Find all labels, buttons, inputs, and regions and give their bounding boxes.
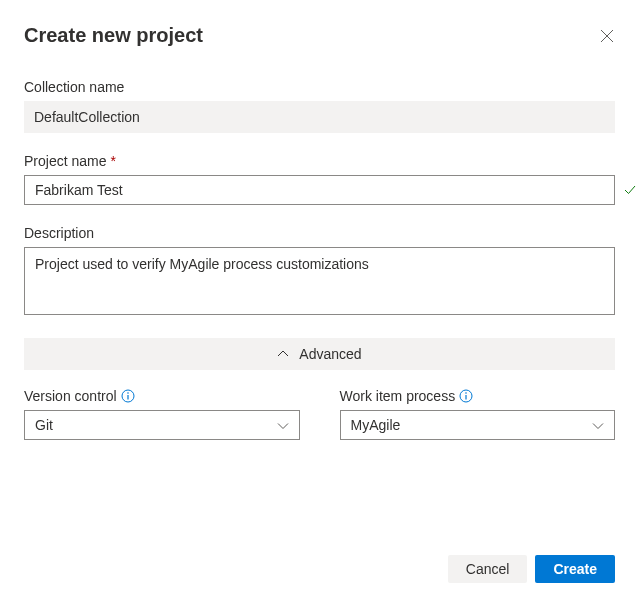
- project-name-input[interactable]: [24, 175, 615, 205]
- collection-name-field: DefaultCollection: [24, 101, 615, 133]
- version-control-label: Version control: [24, 388, 300, 404]
- work-item-process-info-icon[interactable]: [459, 389, 473, 403]
- version-control-value: Git: [35, 417, 53, 433]
- work-item-process-select[interactable]: MyAgile: [340, 410, 616, 440]
- version-control-info-icon[interactable]: [121, 389, 135, 403]
- svg-point-4: [465, 392, 467, 394]
- chevron-up-icon: [277, 350, 289, 358]
- work-item-process-value: MyAgile: [351, 417, 401, 433]
- description-input[interactable]: [24, 247, 615, 315]
- svg-rect-5: [466, 395, 467, 400]
- svg-point-1: [127, 392, 129, 394]
- collection-name-label: Collection name: [24, 79, 615, 95]
- close-button[interactable]: [599, 28, 615, 44]
- version-control-select[interactable]: Git: [24, 410, 300, 440]
- advanced-toggle-label: Advanced: [299, 346, 361, 362]
- description-label: Description: [24, 225, 615, 241]
- cancel-button[interactable]: Cancel: [448, 555, 528, 583]
- project-name-label: Project name *: [24, 153, 615, 169]
- chevron-down-icon: [277, 417, 289, 433]
- chevron-down-icon: [592, 417, 604, 433]
- advanced-toggle[interactable]: Advanced: [24, 338, 615, 370]
- work-item-process-label: Work item process: [340, 388, 616, 404]
- required-indicator: *: [110, 153, 115, 169]
- svg-rect-2: [127, 395, 128, 400]
- close-icon: [600, 29, 614, 43]
- validation-check-icon: [623, 183, 637, 197]
- dialog-title: Create new project: [24, 24, 203, 47]
- create-button[interactable]: Create: [535, 555, 615, 583]
